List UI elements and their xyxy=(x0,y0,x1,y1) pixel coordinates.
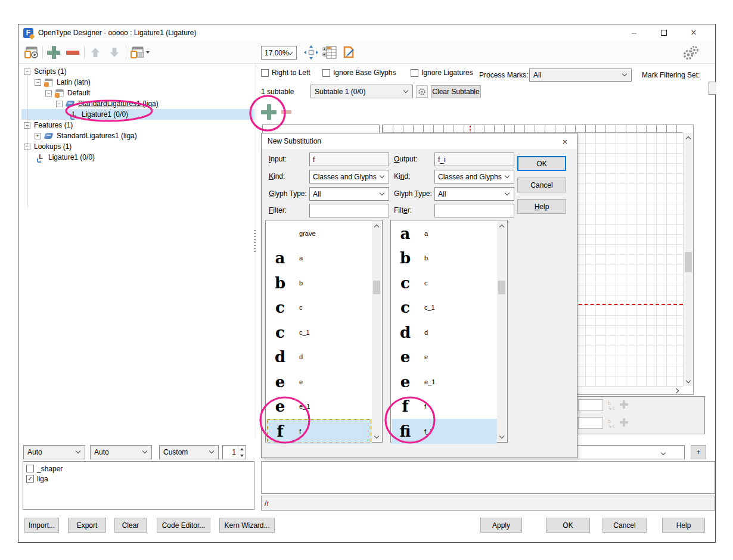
filter-right-field[interactable] xyxy=(434,204,514,217)
remove-item-button[interactable] xyxy=(65,45,80,60)
chevron-up-icon xyxy=(499,224,504,229)
tree-item-ligature1-lookup[interactable]: L Ligature1 (0/0) xyxy=(21,152,254,163)
tree-item-standardligatures-feature[interactable]: StandardLigatures1 (liga) xyxy=(21,130,254,141)
subtable-combobox[interactable]: Subtable 1 (0/0) xyxy=(310,85,413,98)
ignore-base-glyphs-checkbox[interactable]: Ignore Base Glyphs xyxy=(322,69,396,77)
dialog-ok-button[interactable]: OK xyxy=(517,156,566,171)
spinner-arrows[interactable] xyxy=(238,446,246,459)
glyph-row[interactable]: cc xyxy=(392,270,497,295)
glyph-row[interactable]: aa xyxy=(266,246,372,271)
import-button[interactable]: Import... xyxy=(24,518,59,533)
anchor-input-1[interactable] xyxy=(578,399,603,411)
output-glyph-list[interactable]: aa bb cc cc_1 dd ee ee_1 ff ﬁf_i xyxy=(390,220,508,443)
scroll-up-button[interactable] xyxy=(372,221,381,231)
edit-glyph-button[interactable] xyxy=(340,45,357,60)
glyph-type-right-combobox[interactable]: All xyxy=(434,187,514,201)
output-field[interactable]: f_i xyxy=(434,153,514,166)
kind-left-combobox[interactable]: Classes and Glyphs xyxy=(309,170,389,183)
tree-item-lookups[interactable]: Lookups (1) xyxy=(21,141,254,152)
ignore-ligatures-checkbox[interactable]: Ignore Ligatures xyxy=(411,69,473,77)
add-row-button[interactable]: + xyxy=(691,445,706,459)
export-button[interactable]: Export xyxy=(68,518,106,533)
list-scrollbar[interactable] xyxy=(497,221,507,441)
subtable-row: 1 subtable Subtable 1 (0/0) Clear Subtab… xyxy=(18,85,715,99)
settings-gears-button[interactable] xyxy=(683,45,700,62)
iteration-count-spinner[interactable]: 1 xyxy=(222,445,246,459)
list-scrollbar[interactable] xyxy=(372,221,381,441)
input-glyph-list[interactable]: grave aa bb cc cc_1 dd ee ee_1 ff xyxy=(265,220,383,443)
process-marks-combobox[interactable]: All xyxy=(529,69,632,82)
subtable-settings-button[interactable] xyxy=(416,85,428,98)
feature-row-shaper[interactable]: _shaper xyxy=(26,463,251,474)
fit-to-window-button[interactable] xyxy=(303,45,319,60)
clear-subtable-button[interactable]: Clear Subtable xyxy=(431,85,481,98)
glyph-type-left-combobox[interactable]: All xyxy=(309,187,389,201)
tree-item-features[interactable]: Features (1) xyxy=(21,120,254,130)
apply-button[interactable]: Apply xyxy=(480,518,522,533)
clear-button[interactable]: Clear xyxy=(114,518,147,533)
glyph-row[interactable]: bb xyxy=(392,246,497,271)
preview-feature-set-combobox[interactable]: Custom xyxy=(159,445,219,459)
scroll-up-button[interactable] xyxy=(497,221,507,231)
anchor-input-2[interactable] xyxy=(578,417,603,429)
dialog-close-button[interactable]: × xyxy=(553,133,577,149)
glyph-row[interactable]: dd xyxy=(266,345,372,370)
glyph-row[interactable]: cc xyxy=(266,295,372,321)
scroll-down-button[interactable] xyxy=(684,377,693,386)
add-item-button[interactable] xyxy=(46,45,61,60)
glyph-row[interactable]: ee xyxy=(392,345,497,370)
glyph-row[interactable]: ff xyxy=(392,394,497,419)
preview-mode-combobox-2[interactable]: Auto xyxy=(90,445,152,459)
scrollbar-thumb[interactable] xyxy=(498,281,505,294)
run-lookup-button[interactable] xyxy=(23,45,40,60)
glyph-row-selected[interactable]: ff xyxy=(266,419,372,444)
glyph-row[interactable]: ee xyxy=(266,369,372,394)
glyph-row[interactable]: grave xyxy=(266,221,372,246)
glyph-row[interactable]: bb xyxy=(266,270,372,295)
panel-splitter[interactable] xyxy=(256,64,256,438)
feature-checkbox-list[interactable]: _shaper ✓ liga xyxy=(23,461,254,510)
cancel-button[interactable]: Cancel xyxy=(602,518,647,533)
canvas-vertical-scrollbar[interactable] xyxy=(683,133,693,386)
dialog-help-button[interactable]: Help xyxy=(517,199,566,214)
lookup-list-menu-button[interactable] xyxy=(129,45,151,60)
right-to-left-checkbox[interactable]: Right to Left xyxy=(261,69,310,77)
dialog-title: New Substitution xyxy=(268,137,321,145)
class-manager-button[interactable] xyxy=(321,45,338,60)
collapse-icon[interactable] xyxy=(56,101,63,107)
dialog-cancel-button[interactable]: Cancel xyxy=(517,178,566,192)
scrollbar-thumb[interactable] xyxy=(373,281,380,294)
glyph-row[interactable]: aa xyxy=(392,221,497,246)
glyph-row-selected[interactable]: ﬁf_i xyxy=(392,419,497,444)
glyph-row[interactable]: ee_1 xyxy=(392,369,497,394)
minimize-button[interactable]: – xyxy=(624,25,644,41)
code-editor-button[interactable]: Code Editor... xyxy=(157,518,210,533)
help-button[interactable]: Help xyxy=(662,518,705,533)
feature-row-liga[interactable]: ✓ liga xyxy=(26,474,251,484)
scroll-down-button[interactable] xyxy=(372,432,381,441)
scrollbar-thumb[interactable] xyxy=(685,252,692,272)
scroll-up-button[interactable] xyxy=(684,133,693,142)
tree-item-ligature1-selected[interactable]: L Ligature1 (0/0) xyxy=(21,109,254,120)
expand-icon[interactable] xyxy=(35,133,41,139)
splitter-handle[interactable] xyxy=(254,230,256,253)
preview-text-field[interactable]: /r xyxy=(261,496,715,511)
kind-right-combobox[interactable]: Classes and Glyphs xyxy=(434,170,514,183)
move-down-button[interactable] xyxy=(107,45,122,60)
close-button[interactable]: × xyxy=(684,25,704,41)
glyph-row[interactable]: cc_1 xyxy=(266,320,372,345)
glyph-row[interactable]: cc_1 xyxy=(392,295,497,321)
move-up-button[interactable] xyxy=(88,45,103,60)
ok-button[interactable]: OK xyxy=(546,518,590,533)
glyph-row[interactable]: ee_1 xyxy=(266,394,372,419)
zoom-level-combobox[interactable]: 17.00% xyxy=(261,46,297,60)
add-substitution-button[interactable] xyxy=(261,104,277,120)
preview-mode-combobox-1[interactable]: Auto xyxy=(23,445,85,459)
kern-wizard-button[interactable]: Kern Wizard... xyxy=(219,518,275,533)
input-field[interactable]: f xyxy=(309,153,389,166)
glyph-row[interactable]: dd xyxy=(392,320,497,345)
scroll-down-button[interactable] xyxy=(497,432,507,441)
maximize-button[interactable] xyxy=(654,25,674,41)
tree-item-standardligatures-script[interactable]: StandardLigatures1 (liga) xyxy=(21,98,254,109)
filter-left-field[interactable] xyxy=(309,204,389,217)
